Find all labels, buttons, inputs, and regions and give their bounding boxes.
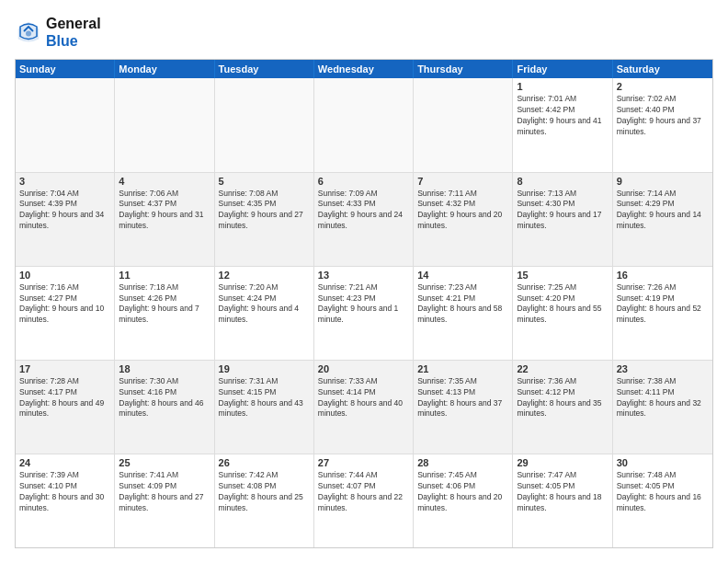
cell-daylight-info: Sunrise: 7:28 AM Sunset: 4:17 PM Dayligh… xyxy=(19,376,110,420)
day-number: 26 xyxy=(219,457,310,468)
day-number: 29 xyxy=(517,457,608,468)
calendar-row-4: 17Sunrise: 7:28 AM Sunset: 4:17 PM Dayli… xyxy=(16,361,712,454)
calendar-cell: 23Sunrise: 7:38 AM Sunset: 4:11 PM Dayli… xyxy=(613,361,712,454)
calendar-cell: 27Sunrise: 7:44 AM Sunset: 4:07 PM Dayli… xyxy=(314,454,414,547)
day-number: 5 xyxy=(219,176,310,187)
header-day-monday: Monday xyxy=(115,60,214,78)
calendar-header: SundayMondayTuesdayWednesdayThursdayFrid… xyxy=(16,60,712,78)
calendar-cell xyxy=(115,78,214,171)
calendar-cell: 19Sunrise: 7:31 AM Sunset: 4:15 PM Dayli… xyxy=(215,361,314,454)
calendar-cell xyxy=(215,78,314,171)
cell-daylight-info: Sunrise: 7:35 AM Sunset: 4:13 PM Dayligh… xyxy=(417,376,508,420)
day-number: 4 xyxy=(119,176,210,187)
day-number: 28 xyxy=(417,457,508,468)
calendar-cell: 25Sunrise: 7:41 AM Sunset: 4:09 PM Dayli… xyxy=(115,454,214,547)
cell-daylight-info: Sunrise: 7:02 AM Sunset: 4:40 PM Dayligh… xyxy=(617,94,709,138)
svg-point-1 xyxy=(26,31,31,37)
cell-daylight-info: Sunrise: 7:41 AM Sunset: 4:09 PM Dayligh… xyxy=(119,470,210,514)
calendar-cell: 30Sunrise: 7:48 AM Sunset: 4:05 PM Dayli… xyxy=(613,454,712,547)
cell-daylight-info: Sunrise: 7:14 AM Sunset: 4:29 PM Dayligh… xyxy=(617,189,709,233)
day-number: 27 xyxy=(318,457,409,468)
cell-daylight-info: Sunrise: 7:38 AM Sunset: 4:11 PM Dayligh… xyxy=(617,376,709,420)
logo-icon xyxy=(15,18,42,46)
calendar-cell: 20Sunrise: 7:33 AM Sunset: 4:14 PM Dayli… xyxy=(314,361,414,454)
day-number: 6 xyxy=(318,176,409,187)
day-number: 9 xyxy=(617,176,709,187)
cell-daylight-info: Sunrise: 7:30 AM Sunset: 4:16 PM Dayligh… xyxy=(119,376,210,420)
calendar-row-5: 24Sunrise: 7:39 AM Sunset: 4:10 PM Dayli… xyxy=(16,454,712,547)
calendar-cell: 7Sunrise: 7:11 AM Sunset: 4:32 PM Daylig… xyxy=(414,173,513,266)
cell-daylight-info: Sunrise: 7:01 AM Sunset: 4:42 PM Dayligh… xyxy=(517,94,608,138)
cell-daylight-info: Sunrise: 7:36 AM Sunset: 4:12 PM Dayligh… xyxy=(517,376,608,420)
cell-daylight-info: Sunrise: 7:04 AM Sunset: 4:39 PM Dayligh… xyxy=(19,189,110,233)
calendar-cell: 3Sunrise: 7:04 AM Sunset: 4:39 PM Daylig… xyxy=(16,173,115,266)
cell-daylight-info: Sunrise: 7:11 AM Sunset: 4:32 PM Dayligh… xyxy=(417,189,508,233)
header-day-wednesday: Wednesday xyxy=(314,60,414,78)
day-number: 3 xyxy=(19,176,110,187)
calendar-cell: 8Sunrise: 7:13 AM Sunset: 4:30 PM Daylig… xyxy=(513,173,612,266)
cell-daylight-info: Sunrise: 7:45 AM Sunset: 4:06 PM Dayligh… xyxy=(417,470,508,514)
cell-daylight-info: Sunrise: 7:13 AM Sunset: 4:30 PM Dayligh… xyxy=(517,189,608,233)
calendar-row-3: 10Sunrise: 7:16 AM Sunset: 4:27 PM Dayli… xyxy=(16,267,712,361)
day-number: 16 xyxy=(617,270,709,281)
calendar-body: 1Sunrise: 7:01 AM Sunset: 4:42 PM Daylig… xyxy=(16,78,712,547)
day-number: 14 xyxy=(417,270,508,281)
cell-daylight-info: Sunrise: 7:23 AM Sunset: 4:21 PM Dayligh… xyxy=(417,282,508,327)
header-day-thursday: Thursday xyxy=(414,60,513,78)
calendar-cell: 4Sunrise: 7:06 AM Sunset: 4:37 PM Daylig… xyxy=(115,173,214,266)
day-number: 23 xyxy=(617,363,709,374)
cell-daylight-info: Sunrise: 7:48 AM Sunset: 4:05 PM Dayligh… xyxy=(617,470,709,514)
calendar-cell: 10Sunrise: 7:16 AM Sunset: 4:27 PM Dayli… xyxy=(16,267,115,360)
cell-daylight-info: Sunrise: 7:16 AM Sunset: 4:27 PM Dayligh… xyxy=(19,282,110,327)
cell-daylight-info: Sunrise: 7:18 AM Sunset: 4:26 PM Dayligh… xyxy=(119,282,210,327)
calendar-cell: 21Sunrise: 7:35 AM Sunset: 4:13 PM Dayli… xyxy=(414,361,513,454)
calendar-cell: 14Sunrise: 7:23 AM Sunset: 4:21 PM Dayli… xyxy=(414,267,513,360)
cell-daylight-info: Sunrise: 7:26 AM Sunset: 4:19 PM Dayligh… xyxy=(617,282,709,327)
calendar-cell xyxy=(16,78,115,171)
calendar-cell: 17Sunrise: 7:28 AM Sunset: 4:17 PM Dayli… xyxy=(16,361,115,454)
day-number: 25 xyxy=(119,457,210,468)
calendar-cell: 29Sunrise: 7:47 AM Sunset: 4:05 PM Dayli… xyxy=(513,454,612,547)
calendar-cell: 9Sunrise: 7:14 AM Sunset: 4:29 PM Daylig… xyxy=(613,173,712,266)
day-number: 15 xyxy=(517,270,608,281)
cell-daylight-info: Sunrise: 7:06 AM Sunset: 4:37 PM Dayligh… xyxy=(119,189,210,233)
calendar-cell: 13Sunrise: 7:21 AM Sunset: 4:23 PM Dayli… xyxy=(314,267,414,360)
page: General Blue SundayMondayTuesdayWednesda… xyxy=(0,0,728,563)
day-number: 20 xyxy=(318,363,409,374)
calendar-cell: 1Sunrise: 7:01 AM Sunset: 4:42 PM Daylig… xyxy=(513,78,612,171)
calendar-cell: 22Sunrise: 7:36 AM Sunset: 4:12 PM Dayli… xyxy=(513,361,612,454)
day-number: 24 xyxy=(19,457,110,468)
day-number: 19 xyxy=(219,363,310,374)
calendar-cell: 6Sunrise: 7:09 AM Sunset: 4:33 PM Daylig… xyxy=(314,173,414,266)
day-number: 10 xyxy=(19,270,110,281)
cell-daylight-info: Sunrise: 7:42 AM Sunset: 4:08 PM Dayligh… xyxy=(219,470,310,514)
calendar-cell: 24Sunrise: 7:39 AM Sunset: 4:10 PM Dayli… xyxy=(16,454,115,547)
cell-daylight-info: Sunrise: 7:31 AM Sunset: 4:15 PM Dayligh… xyxy=(219,376,310,420)
header: General Blue xyxy=(15,15,713,50)
calendar-cell: 2Sunrise: 7:02 AM Sunset: 4:40 PM Daylig… xyxy=(613,78,712,171)
day-number: 2 xyxy=(617,81,709,92)
header-day-sunday: Sunday xyxy=(16,60,115,78)
calendar-cell: 15Sunrise: 7:25 AM Sunset: 4:20 PM Dayli… xyxy=(513,267,612,360)
day-number: 8 xyxy=(517,176,608,187)
cell-daylight-info: Sunrise: 7:08 AM Sunset: 4:35 PM Dayligh… xyxy=(219,189,310,233)
header-day-friday: Friday xyxy=(513,60,612,78)
header-day-saturday: Saturday xyxy=(613,60,712,78)
day-number: 12 xyxy=(219,270,310,281)
logo-text: General Blue xyxy=(46,15,101,50)
day-number: 1 xyxy=(517,81,608,92)
day-number: 22 xyxy=(517,363,608,374)
calendar-row-2: 3Sunrise: 7:04 AM Sunset: 4:39 PM Daylig… xyxy=(16,173,712,267)
calendar-cell: 11Sunrise: 7:18 AM Sunset: 4:26 PM Dayli… xyxy=(115,267,214,360)
header-day-tuesday: Tuesday xyxy=(215,60,314,78)
calendar-row-1: 1Sunrise: 7:01 AM Sunset: 4:42 PM Daylig… xyxy=(16,78,712,172)
cell-daylight-info: Sunrise: 7:39 AM Sunset: 4:10 PM Dayligh… xyxy=(19,470,110,514)
day-number: 11 xyxy=(119,270,210,281)
cell-daylight-info: Sunrise: 7:25 AM Sunset: 4:20 PM Dayligh… xyxy=(517,282,608,327)
day-number: 18 xyxy=(119,363,210,374)
calendar-cell: 5Sunrise: 7:08 AM Sunset: 4:35 PM Daylig… xyxy=(215,173,314,266)
calendar-cell: 28Sunrise: 7:45 AM Sunset: 4:06 PM Dayli… xyxy=(414,454,513,547)
calendar-cell: 16Sunrise: 7:26 AM Sunset: 4:19 PM Dayli… xyxy=(613,267,712,360)
day-number: 30 xyxy=(617,457,709,468)
calendar-cell: 12Sunrise: 7:20 AM Sunset: 4:24 PM Dayli… xyxy=(215,267,314,360)
